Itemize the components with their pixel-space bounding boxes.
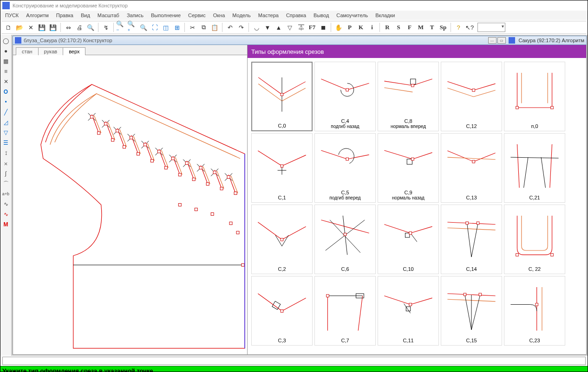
dot-icon[interactable]: ● xyxy=(1,47,11,55)
circle-icon[interactable]: ◯ xyxy=(1,37,11,45)
arc-icon[interactable]: ◡ xyxy=(251,22,261,32)
redo-icon[interactable]: ↷ xyxy=(236,22,246,32)
zoom-100-icon[interactable]: ⊞ xyxy=(172,22,182,32)
tri-down-icon[interactable]: ▽ xyxy=(285,22,295,32)
copy-icon[interactable]: ⧉ xyxy=(198,22,209,32)
hand-icon[interactable]: ✋ xyxy=(333,22,344,32)
m-tool[interactable]: M xyxy=(1,220,11,229)
seam-type-cell[interactable]: С,8нормаль вперед xyxy=(378,62,439,131)
seam-type-cell[interactable]: С,11 xyxy=(378,276,439,346)
save-icon[interactable]: 💾 xyxy=(37,22,47,32)
zigzag-tool[interactable]: ∿ xyxy=(1,210,11,218)
flag-icon[interactable]: ⏹ xyxy=(318,22,328,32)
zoom-out-icon[interactable]: 🔍⁻ xyxy=(116,22,126,32)
tab-рукав[interactable]: рукав xyxy=(38,47,64,55)
undo-icon[interactable]: ↶ xyxy=(225,22,235,32)
menu-сервис[interactable]: Сервис xyxy=(184,12,209,19)
seam-type-cell[interactable]: С,13 xyxy=(441,133,502,203)
seam-type-cell[interactable]: С,21 xyxy=(504,133,565,203)
zoom-window-icon[interactable]: ⛶ xyxy=(150,22,160,32)
polygon-tool[interactable]: ▽ xyxy=(1,128,11,137)
seam-type-cell[interactable]: С,14 xyxy=(441,205,502,274)
seam-type-cell[interactable]: С,2 xyxy=(251,205,313,274)
seam-type-cell[interactable]: С,12 xyxy=(441,62,502,131)
zoom-in-icon[interactable]: 🔍⁺ xyxy=(127,22,137,32)
curve-tool[interactable]: ∫ xyxy=(1,169,11,178)
seam-type-cell[interactable]: С, 22 xyxy=(504,205,565,274)
f7-button[interactable]: F7 xyxy=(307,22,317,32)
toolbar-combo[interactable] xyxy=(477,23,505,32)
tri-solid-icon[interactable]: ▲ xyxy=(274,22,284,32)
sp-button[interactable]: Sp xyxy=(438,22,448,32)
menu-вкладки[interactable]: Вкладки xyxy=(372,12,399,19)
cut-icon[interactable]: ✂ xyxy=(187,22,197,32)
save-red-icon[interactable]: 💾 xyxy=(48,22,58,32)
menu-вывод[interactable]: Вывод xyxy=(310,12,333,19)
seam-type-cell[interactable]: С,7 xyxy=(314,276,376,346)
angle-tool[interactable]: ◿ xyxy=(1,118,11,127)
cross-tool[interactable]: ⨉ xyxy=(1,159,11,167)
x-icon[interactable]: ✕ xyxy=(1,77,11,86)
menu-пуск[interactable]: ПУСК xyxy=(1,12,22,19)
stack-tool[interactable]: ☰ xyxy=(1,139,11,147)
seam-type-cell[interactable]: С,6 xyxy=(314,205,376,274)
r-button[interactable]: R xyxy=(382,22,392,32)
seam-type-cell[interactable]: С,1 xyxy=(251,133,313,203)
menu-выполнение[interactable]: Выполнение xyxy=(147,12,184,19)
flip-icon[interactable]: ⇔ xyxy=(63,22,73,32)
menu-правка[interactable]: Правка xyxy=(52,12,77,19)
menu-справка[interactable]: Справка xyxy=(282,12,310,19)
paste-icon[interactable]: 📋 xyxy=(209,22,220,32)
arc-tool[interactable]: ⌒ xyxy=(1,180,11,188)
print-icon[interactable]: 🖨 xyxy=(74,22,85,32)
new-icon[interactable]: 🗋 xyxy=(3,22,13,32)
s-button[interactable]: S xyxy=(393,22,404,32)
seam-type-cell[interactable]: С,0 xyxy=(251,62,313,131)
menu-мастера[interactable]: Мастера xyxy=(255,12,282,19)
menu-самоучитель[interactable]: Самоучитель xyxy=(333,12,372,19)
menu-алгоритм[interactable]: Алгоритм xyxy=(22,12,52,19)
seam-type-cell[interactable]: С,10 xyxy=(378,205,439,274)
group-icon[interactable]: ▦ xyxy=(1,57,11,65)
i-button[interactable]: i xyxy=(367,22,377,32)
help-icon[interactable]: ? xyxy=(453,22,464,32)
close-icon[interactable]: ✕ xyxy=(26,22,36,32)
t-button[interactable]: T xyxy=(427,22,437,32)
menu-вид[interactable]: Вид xyxy=(77,12,94,19)
zoom-fit-icon[interactable]: 🔍 xyxy=(138,22,149,32)
wave-tool[interactable]: ∿ xyxy=(1,200,11,208)
pattern-canvas[interactable] xyxy=(13,55,247,354)
tri-up-icon[interactable]: ▼ xyxy=(262,22,273,32)
cursor-icon[interactable]: ↯ xyxy=(101,22,111,32)
tri-bar-icon[interactable]: ⏄ xyxy=(296,22,306,32)
seam-type-cell[interactable]: С,9нормаль назад xyxy=(378,133,439,203)
list-icon[interactable]: ≡ xyxy=(1,67,11,76)
seam-type-cell[interactable]: п,0 xyxy=(504,62,565,131)
k-button[interactable]: K xyxy=(356,22,366,32)
tab-верх[interactable]: верх xyxy=(63,47,85,55)
open-icon[interactable]: 📂 xyxy=(14,22,25,32)
measure-tool[interactable]: ⟟ xyxy=(1,149,11,157)
seam-type-cell[interactable]: С,3 xyxy=(251,276,313,346)
menu-модель[interactable]: Модель xyxy=(229,12,254,19)
seam-type-cell[interactable]: С,4подгиб назад xyxy=(314,62,376,131)
point-tool[interactable]: • xyxy=(1,98,11,106)
command-input[interactable] xyxy=(2,357,586,365)
seam-type-cell[interactable]: С,15 xyxy=(441,276,502,346)
menu-окна[interactable]: Окна xyxy=(209,12,229,19)
menu-запись[interactable]: Запись xyxy=(123,12,147,19)
tab-стан[interactable]: стан xyxy=(16,47,39,55)
line-tool[interactable]: ╱ xyxy=(1,108,11,116)
m-button[interactable]: M xyxy=(416,22,426,32)
whats-this-icon[interactable]: ↖? xyxy=(464,22,475,32)
zoom-dashed-icon[interactable]: ◫ xyxy=(161,22,171,32)
minimize-button[interactable]: — xyxy=(488,37,497,44)
maximize-button[interactable]: ▭ xyxy=(497,37,506,44)
o-tool[interactable]: O xyxy=(1,88,11,96)
seam-type-cell[interactable]: С,23 xyxy=(504,276,565,346)
f-button[interactable]: F xyxy=(405,22,415,32)
p-button[interactable]: P xyxy=(345,22,355,32)
preview-icon[interactable]: 🔍 xyxy=(85,22,96,32)
seam-type-cell[interactable]: С,5подгиб вперед xyxy=(314,133,376,203)
formula-tool[interactable]: a+b xyxy=(1,190,11,198)
